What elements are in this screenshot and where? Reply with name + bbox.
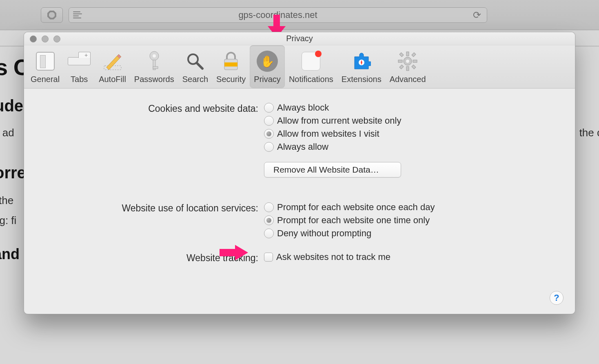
radio-label: Always allow xyxy=(277,142,328,152)
svg-line-6 xyxy=(197,63,202,69)
tab-label: Privacy xyxy=(254,75,281,84)
tab-label: Search xyxy=(182,75,208,84)
notification-icon xyxy=(302,52,320,71)
cookies-opt-websites-visit[interactable]: Allow from websites I visit xyxy=(264,129,401,139)
hand-icon: ✋ xyxy=(257,51,278,72)
tab-autofill[interactable]: AutoFill xyxy=(95,45,130,88)
svg-rect-4 xyxy=(153,67,158,69)
tab-label: Notifications xyxy=(289,75,333,84)
location-opt-each-day[interactable]: Prompt for each website once each day xyxy=(264,202,435,213)
tab-security[interactable]: Security xyxy=(212,45,250,88)
svg-point-20 xyxy=(406,60,409,63)
svg-rect-16 xyxy=(399,53,404,57)
radio-label: Deny without prompting xyxy=(277,228,371,239)
window-controls xyxy=(30,36,60,42)
tab-general[interactable]: General xyxy=(27,45,64,88)
tab-label: Passwords xyxy=(134,75,174,84)
radio-label: Allow from websites I visit xyxy=(277,129,379,139)
tab-tabs[interactable]: Tabs xyxy=(64,45,95,88)
lock-icon xyxy=(223,51,239,71)
svg-rect-15 xyxy=(413,60,417,62)
location-opt-deny[interactable]: Deny without prompting xyxy=(264,228,435,239)
preferences-toolbar: General Tabs AutoFill xyxy=(24,45,575,89)
radio-button[interactable] xyxy=(264,215,274,225)
tab-search[interactable]: Search xyxy=(178,45,212,88)
tab-label: Security xyxy=(216,75,246,84)
tracking-label: Website tracking: xyxy=(40,252,264,264)
svg-rect-8 xyxy=(224,62,237,67)
button-label: Remove All Website Data… xyxy=(273,165,379,174)
key-icon xyxy=(146,50,162,72)
radio-label: Always block xyxy=(277,102,329,113)
preferences-window: Privacy General Tabs AutoFill xyxy=(24,32,575,314)
tracking-checkbox-row[interactable]: Ask websites not to track me xyxy=(264,252,390,262)
tabs-icon xyxy=(68,57,91,65)
window-title: Privacy xyxy=(286,34,313,43)
tab-privacy[interactable]: ✋ Privacy xyxy=(250,45,285,88)
svg-rect-18 xyxy=(412,53,416,57)
svg-rect-14 xyxy=(398,60,402,62)
radio-label: Prompt for each website once each day xyxy=(277,202,435,213)
svg-rect-12 xyxy=(406,52,409,56)
svg-rect-13 xyxy=(406,67,409,71)
remove-website-data-button[interactable]: Remove All Website Data… xyxy=(264,162,401,178)
tab-label: Tabs xyxy=(71,75,88,84)
close-window-button[interactable] xyxy=(30,36,37,42)
radio-button[interactable] xyxy=(264,103,274,113)
preferences-body: Cookies and website data: Always block A… xyxy=(24,89,575,282)
pencil-icon xyxy=(102,51,123,71)
help-label: ? xyxy=(554,293,559,303)
location-section: Website use of location services: Prompt… xyxy=(40,202,559,239)
tab-label: Extensions xyxy=(342,75,382,84)
svg-rect-19 xyxy=(399,65,404,69)
radio-button[interactable] xyxy=(264,229,274,238)
cookies-opt-always-block[interactable]: Always block xyxy=(264,102,401,113)
puzzle-icon xyxy=(352,52,371,71)
radio-button[interactable] xyxy=(264,129,274,139)
cookies-section: Cookies and website data: Always block A… xyxy=(40,102,559,178)
radio-button[interactable] xyxy=(264,116,274,126)
checkbox[interactable] xyxy=(264,253,273,262)
svg-point-2 xyxy=(153,54,156,58)
radio-button[interactable] xyxy=(264,202,274,212)
zoom-window-button[interactable] xyxy=(53,36,60,42)
location-label: Website use of location services: xyxy=(40,202,264,214)
tab-label: Advanced xyxy=(390,75,426,84)
location-opt-one-time[interactable]: Prompt for each website one time only xyxy=(264,215,435,226)
tracking-section: Website tracking: Ask websites not to tr… xyxy=(40,252,559,264)
cookies-opt-current-only[interactable]: Allow from current website only xyxy=(264,115,401,126)
tab-extensions[interactable]: Extensions xyxy=(337,45,386,88)
tab-label: General xyxy=(31,75,60,84)
gear-icon xyxy=(397,51,418,71)
tab-notifications[interactable]: Notifications xyxy=(285,45,337,88)
cookies-label: Cookies and website data: xyxy=(40,102,264,114)
radio-label: Prompt for each website one time only xyxy=(277,215,430,226)
tab-label: AutoFill xyxy=(99,75,126,84)
checkbox-label: Ask websites not to track me xyxy=(276,252,390,262)
radio-button[interactable] xyxy=(264,142,274,152)
tab-passwords[interactable]: Passwords xyxy=(130,45,178,88)
window-titlebar: Privacy xyxy=(24,32,575,45)
switch-icon xyxy=(36,52,55,71)
help-button[interactable]: ? xyxy=(550,291,564,305)
minimize-window-button[interactable] xyxy=(42,36,49,42)
radio-label: Allow from current website only xyxy=(277,115,401,126)
svg-rect-17 xyxy=(412,65,416,69)
magnifier-icon xyxy=(186,52,204,70)
cookies-opt-always-allow[interactable]: Always allow xyxy=(264,142,401,152)
tab-advanced[interactable]: Advanced xyxy=(386,45,430,88)
